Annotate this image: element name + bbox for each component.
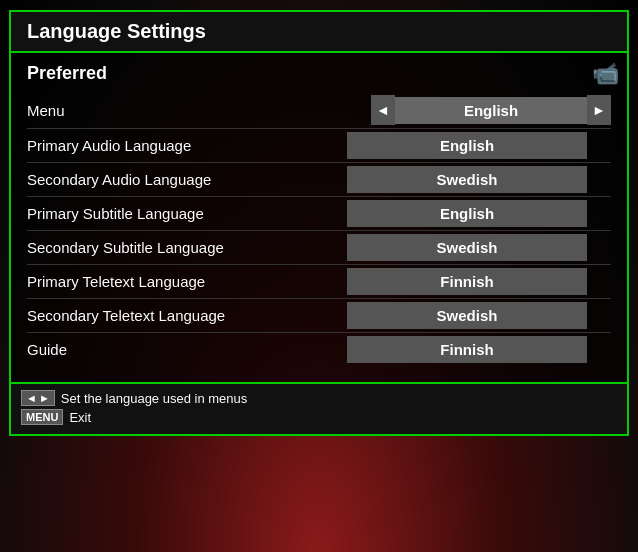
footer-row-1: ◄ ► Set the language used in menus bbox=[21, 390, 617, 406]
content-area: 📹 Preferred Menu◄English►Primary Audio L… bbox=[11, 53, 627, 376]
label-menu: Menu bbox=[27, 102, 65, 119]
arrow-keys-badge: ◄ ► bbox=[21, 390, 55, 406]
value-secondary-audio: Swedish bbox=[347, 166, 587, 193]
settings-row-primary-subtitle: Primary Subtitle LanguageEnglish bbox=[27, 197, 611, 231]
footer-row-2: MENU Exit bbox=[21, 409, 617, 425]
settings-row-guide: GuideFinnish bbox=[27, 333, 611, 366]
footer-hint-1: Set the language used in menus bbox=[61, 391, 247, 406]
left-arrow-menu[interactable]: ◄ bbox=[371, 95, 395, 125]
value-secondary-subtitle: Swedish bbox=[347, 234, 587, 261]
control-guide: Finnish bbox=[347, 336, 587, 363]
title-bar: Language Settings bbox=[11, 12, 627, 53]
control-secondary-subtitle: Swedish bbox=[347, 234, 587, 261]
value-menu: English bbox=[395, 97, 587, 124]
settings-row-primary-teletext: Primary Teletext LanguageFinnish bbox=[27, 265, 611, 299]
label-secondary-audio: Secondary Audio Language bbox=[27, 171, 211, 188]
label-primary-audio: Primary Audio Language bbox=[27, 137, 191, 154]
value-secondary-teletext: Swedish bbox=[347, 302, 587, 329]
value-primary-audio: English bbox=[347, 132, 587, 159]
preferred-label: Preferred bbox=[27, 63, 611, 84]
label-secondary-teletext: Secondary Teletext Language bbox=[27, 307, 225, 324]
control-menu: ◄English► bbox=[371, 95, 611, 125]
settings-rows: Menu◄English►Primary Audio LanguageEngli… bbox=[27, 92, 611, 366]
settings-row-menu: Menu◄English► bbox=[27, 92, 611, 129]
label-secondary-subtitle: Secondary Subtitle Language bbox=[27, 239, 224, 256]
footer-hint-2: Exit bbox=[69, 410, 91, 425]
control-primary-subtitle: English bbox=[347, 200, 587, 227]
label-primary-subtitle: Primary Subtitle Language bbox=[27, 205, 204, 222]
label-guide: Guide bbox=[27, 341, 67, 358]
value-guide: Finnish bbox=[347, 336, 587, 363]
control-primary-audio: English bbox=[347, 132, 587, 159]
camera-icon: 📹 bbox=[592, 61, 619, 87]
footer: ◄ ► Set the language used in menus MENU … bbox=[11, 382, 627, 434]
window-title: Language Settings bbox=[27, 20, 206, 42]
label-primary-teletext: Primary Teletext Language bbox=[27, 273, 205, 290]
settings-row-secondary-subtitle: Secondary Subtitle LanguageSwedish bbox=[27, 231, 611, 265]
settings-row-secondary-audio: Secondary Audio LanguageSwedish bbox=[27, 163, 611, 197]
value-primary-subtitle: English bbox=[347, 200, 587, 227]
control-secondary-audio: Swedish bbox=[347, 166, 587, 193]
value-primary-teletext: Finnish bbox=[347, 268, 587, 295]
right-arrow-menu[interactable]: ► bbox=[587, 95, 611, 125]
control-primary-teletext: Finnish bbox=[347, 268, 587, 295]
control-secondary-teletext: Swedish bbox=[347, 302, 587, 329]
main-window: Language Settings 📹 Preferred Menu◄Engli… bbox=[9, 10, 629, 436]
settings-row-primary-audio: Primary Audio LanguageEnglish bbox=[27, 129, 611, 163]
menu-badge: MENU bbox=[21, 409, 63, 425]
settings-row-secondary-teletext: Secondary Teletext LanguageSwedish bbox=[27, 299, 611, 333]
